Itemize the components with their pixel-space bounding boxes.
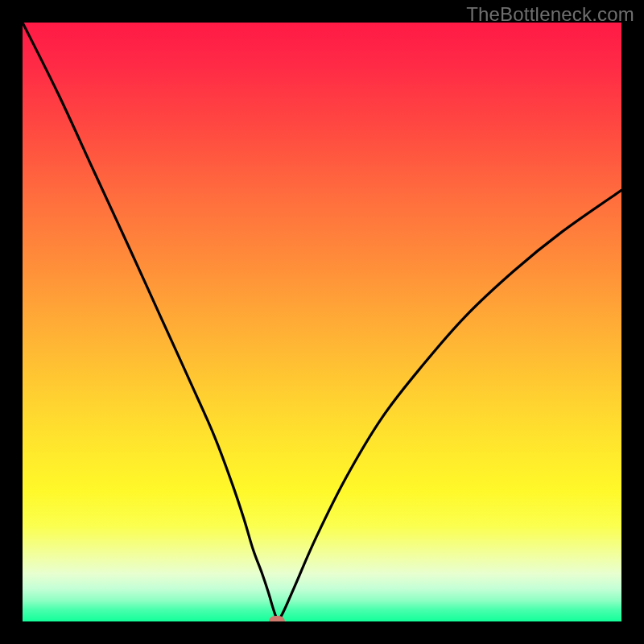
curve-svg (23, 23, 621, 621)
chart-frame: TheBottleneck.com (0, 0, 644, 644)
bottleneck-curve (23, 23, 621, 621)
plot-area (23, 23, 621, 621)
optimum-marker (269, 616, 285, 621)
watermark-text: TheBottleneck.com (466, 3, 634, 26)
